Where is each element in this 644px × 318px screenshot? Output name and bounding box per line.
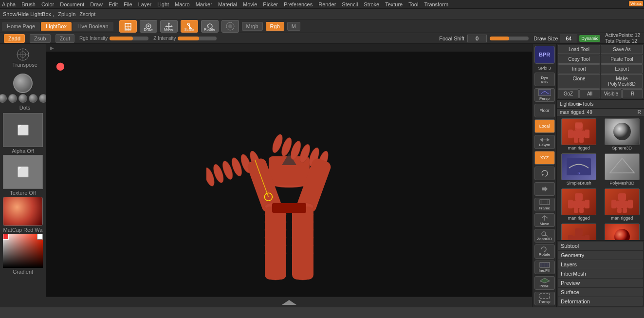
mrgb-button[interactable]: Mrgb [242, 22, 263, 31]
man-rigged-r[interactable]: R [638, 110, 641, 115]
menu-stroke[interactable]: Stroke [364, 1, 379, 7]
tab-live-boolean[interactable]: Live Boolean [73, 22, 113, 31]
texture-off-box[interactable]: ⬜ [3, 155, 43, 189]
copy-tool-button[interactable]: Copy Tool [558, 55, 600, 64]
linefill-button[interactable]: Ine.Fill [534, 261, 555, 274]
dynamic-btn[interactable]: Dyn amic [534, 73, 555, 86]
zoom3d-button[interactable]: Zoom3D [534, 229, 555, 243]
tool-item-sphere3d[interactable]: Sphere3D [601, 117, 644, 151]
color-picker[interactable] [3, 234, 43, 268]
transp-button[interactable]: Transp [534, 292, 555, 305]
main-sphere[interactable] [13, 74, 33, 93]
brush-selector[interactable] [221, 20, 239, 33]
tool-item-man-rigged4[interactable]: man rigged [558, 223, 600, 240]
focal-shift-slider[interactable] [490, 37, 529, 40]
focal-shift-input[interactable] [467, 35, 487, 42]
all-button[interactable]: All [579, 89, 600, 98]
menu-stencil[interactable]: Stencil [342, 1, 358, 7]
polyf-button[interactable]: PolyF [534, 276, 555, 290]
menu-picker[interactable]: Picker [263, 1, 278, 7]
menu-tool[interactable]: Tool [408, 1, 418, 7]
matcap-selector[interactable] [3, 197, 43, 226]
transpose-item[interactable]: Transpose [1, 46, 44, 69]
menu-draw[interactable]: Draw [90, 1, 103, 7]
arrow-button[interactable] [534, 182, 555, 196]
menu-light[interactable]: Light [157, 1, 169, 7]
m-button[interactable]: M [287, 22, 300, 31]
menu-alpha[interactable]: Alpha [2, 1, 16, 7]
menu-edit[interactable]: Edit [109, 1, 118, 7]
zscript-menu[interactable]: Zscript [79, 11, 95, 17]
tab-lightbox[interactable]: LightBox [41, 22, 72, 31]
menu-material[interactable]: Material [218, 1, 237, 7]
rotate-tool-button[interactable]: Rotate [201, 20, 219, 33]
deformation-panel-header[interactable]: Deformation [558, 297, 643, 306]
center-canvas-area[interactable]: ▶ ⬤ [46, 44, 532, 307]
subtool-panel-header[interactable]: Subtool [558, 242, 643, 250]
zcut-button[interactable]: Zcut [55, 34, 74, 43]
import-button[interactable]: Import [558, 64, 600, 74]
rgb-intensity-slider[interactable] [110, 37, 148, 40]
zadd-button[interactable]: Zadd [4, 34, 25, 43]
menu-texture[interactable]: Texture [385, 1, 403, 7]
tool-item-man-rigged2[interactable]: man rigged [558, 187, 600, 222]
lsym-button[interactable]: L.Sym [534, 135, 555, 149]
tool-item-polymesh3d[interactable]: PolyMesh3D [601, 152, 644, 187]
move-vert-button[interactable]: Move [534, 213, 555, 227]
tool-item-simplebrush[interactable]: S SimpleBrush [558, 152, 600, 187]
edit-tool-button[interactable]: Edit [119, 20, 137, 33]
dots-item[interactable]: Dots [1, 70, 44, 112]
menu-transform[interactable]: Transform [424, 1, 448, 7]
scale-tool-button[interactable]: Scale [181, 20, 198, 33]
frame-button[interactable]: Frame [534, 198, 555, 211]
clone-button[interactable]: Clone [558, 74, 600, 89]
load-tool-button[interactable]: Load Tool [558, 45, 600, 54]
fibermesh-panel-header[interactable]: FiberMesh [558, 269, 643, 278]
menu-file[interactable]: File [124, 1, 132, 7]
visible-button[interactable]: Visible [601, 89, 622, 98]
rotate2-button[interactable] [534, 167, 555, 180]
zplugin-menu[interactable]: Zplugin [58, 11, 75, 17]
draw-tool-button[interactable]: Draw [140, 20, 157, 33]
export-button[interactable]: Export [601, 64, 643, 74]
floor-button[interactable]: Floor [534, 104, 555, 117]
man-rigged-selector[interactable]: man rigged. 49 R [557, 109, 644, 116]
preview-panel-header[interactable]: Preview [558, 279, 643, 287]
geometry-panel-header[interactable]: Geometry [558, 251, 643, 260]
lightbox-tools-header[interactable]: Lightbox▶Tools [557, 99, 644, 109]
rgb-button[interactable]: Rgb [266, 22, 284, 31]
tab-home[interactable]: Home Page [2, 22, 40, 31]
xyz-button[interactable]: XYZ [534, 151, 555, 165]
tool-item-zsphere[interactable]: ZSphere [601, 223, 644, 240]
perspective-button[interactable]: Persp [534, 88, 555, 102]
menu-preferences[interactable]: Preferences [284, 1, 313, 7]
menu-marker[interactable]: Marker [196, 1, 212, 7]
z-intensity-slider[interactable] [178, 37, 217, 40]
r-button[interactable]: R [622, 89, 643, 98]
menu-layer[interactable]: Layer [138, 1, 152, 7]
menu-render[interactable]: Render [318, 1, 336, 7]
draw-size-input[interactable] [560, 35, 577, 42]
save-as-button[interactable]: Save As [601, 45, 643, 54]
alpha-off-box[interactable]: ⬜ [3, 113, 43, 147]
menu-document[interactable]: Document [60, 1, 84, 7]
show-hide-lightbox-btn[interactable]: Show/Hide LightBox , [3, 11, 54, 17]
menu-macro[interactable]: Macro [175, 1, 190, 7]
surface-panel-header[interactable]: Surface [558, 288, 643, 297]
canvas-bg[interactable]: ⬤ [46, 52, 532, 307]
tool-item-man-rigged[interactable]: man rigged [558, 117, 600, 151]
rotate-vert-button[interactable]: Rotate [534, 244, 555, 258]
dynamic-button[interactable]: Dynamic [579, 35, 600, 42]
paste-tool-button[interactable]: Paste Tool [601, 55, 643, 64]
bpr-button[interactable]: BPR [534, 46, 555, 64]
menu-color[interactable]: Color [41, 1, 54, 7]
layers-panel-header[interactable]: Layers [558, 260, 643, 269]
menu-brush[interactable]: Brush [21, 1, 36, 7]
goz-button[interactable]: GoZ [558, 89, 579, 98]
menu-movie[interactable]: Movie [243, 1, 257, 7]
tool-item-man-rigged3[interactable]: man rigged [601, 187, 644, 222]
move-tool-button[interactable]: Move [160, 20, 178, 33]
local-button[interactable]: Local [534, 119, 555, 133]
make-polymesh3d-button[interactable]: Make PolyMesh3D [601, 74, 643, 89]
zsub-button[interactable]: Zsub [30, 34, 50, 43]
